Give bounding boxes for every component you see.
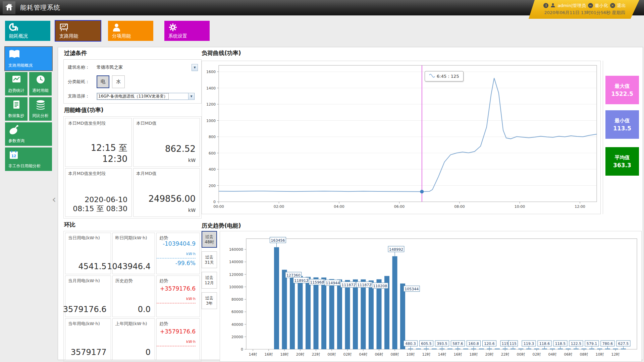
- svg-text:100000: 100000: [229, 285, 243, 289]
- nav-tab-label: 系统设置: [168, 33, 210, 39]
- sidebar-item-4[interactable]: 数据集抄: [5, 97, 28, 121]
- huanbi-cards: 当日用电(kW·h)4541.5昨日同期(kW·h)1043946.4趋势-10…: [63, 231, 202, 362]
- trend-icon: [11, 74, 21, 86]
- svg-text:12:00: 12:00: [575, 204, 585, 209]
- svg-text:0: 0: [241, 347, 243, 352]
- sidebar-item-label: 支路用能概况: [8, 63, 50, 68]
- svg-text:10时: 10时: [596, 352, 604, 357]
- sidebar-item-3[interactable]: 逐时用能: [29, 72, 52, 96]
- svg-text:04:00: 04:00: [334, 204, 344, 209]
- nav-tab-2[interactable]: 支路用能: [55, 21, 101, 41]
- hist-tab-label: 过去: [205, 295, 213, 301]
- load-curve-chart[interactable]: 0200400600800100012001400160000:0002:000…: [202, 61, 600, 214]
- card-value: 3579177: [71, 348, 107, 357]
- curve-title: 负荷曲线(功率): [202, 49, 241, 57]
- building-label: 建筑名称：: [68, 64, 97, 70]
- huanbi-card-2: 昨日同期(kW·h)1043946.4: [112, 233, 155, 274]
- svg-text:18时: 18时: [470, 352, 478, 357]
- branch-select[interactable]: 16GP-备供电源进线（110KV龙港变） ▼: [97, 93, 195, 100]
- svg-text:105344: 105344: [405, 287, 419, 291]
- svg-text:00:00: 00:00: [213, 204, 224, 209]
- hist-tab-48时[interactable]: 过去48时: [202, 231, 217, 248]
- hist-tab-3年[interactable]: 过去3年: [202, 292, 217, 309]
- svg-text:00时: 00时: [328, 352, 336, 357]
- svg-text:140000: 140000: [229, 260, 243, 264]
- nav-tab-4[interactable]: 系统设置: [164, 21, 210, 41]
- branch-value: 16GP-备供电源进线（110KV龙港变）: [97, 93, 169, 100]
- curve-icon: [429, 74, 435, 79]
- sidebar-item-label: 逐时用能: [33, 88, 49, 94]
- hist-tab-12月[interactable]: 过去12月: [202, 272, 217, 289]
- svg-text:118912: 118912: [294, 279, 308, 283]
- svg-text:20时: 20时: [296, 352, 305, 357]
- info-icon[interactable]: i: [543, 3, 548, 8]
- svg-text:02时: 02时: [533, 352, 541, 357]
- stat-label: 最大值: [615, 83, 630, 89]
- sidebar-item-7[interactable]: 12非工作日用能分析: [5, 147, 52, 171]
- logout-icon[interactable]: ✕: [610, 3, 615, 8]
- card-value: 4541.5: [78, 262, 107, 271]
- svg-text:200: 200: [209, 184, 216, 188]
- huanbi-card-3: 趋势-1039404.9 kW·h-99.6%: [156, 233, 200, 274]
- hist-tab-31天[interactable]: 过去31天: [202, 251, 217, 268]
- hist-tab-label2: 12月: [205, 280, 214, 286]
- card-value: 3579176.6: [63, 305, 107, 314]
- sidebar-collapse-arrow[interactable]: ‹: [52, 194, 56, 204]
- svg-text:14时: 14时: [249, 352, 257, 357]
- svg-text:605.5: 605.5: [421, 342, 432, 346]
- nav-tab-label: 支路用能: [59, 33, 101, 39]
- svg-text:115: 115: [509, 342, 517, 346]
- card-label: 本月MD值发生时段: [68, 171, 106, 177]
- svg-text:127360: 127360: [286, 273, 301, 278]
- svg-text:08时: 08时: [580, 352, 588, 357]
- svg-text:115968: 115968: [310, 280, 324, 285]
- sidebar-item-6[interactable]: 参数查询: [5, 122, 52, 146]
- home-button[interactable]: [3, 1, 15, 14]
- app-title: 能耗管理系统: [20, 3, 60, 12]
- minimize-icon[interactable]: −: [588, 3, 593, 8]
- stat-value: 113.5: [613, 125, 631, 132]
- svg-text:120000: 120000: [229, 273, 243, 277]
- card-value: 862.52 kW: [165, 144, 196, 164]
- svg-text:118.5: 118.5: [555, 342, 566, 346]
- building-dropdown-arrow[interactable]: ▼: [192, 64, 198, 71]
- hist-tab-label2: 31天: [205, 260, 214, 265]
- peak-card-3: 本月MD值发生时段2020-06-1008:15 至 08:30: [65, 168, 132, 217]
- svg-text:627.5: 627.5: [618, 342, 629, 346]
- svg-text:10:00: 10:00: [515, 204, 525, 209]
- sidebar-item-2[interactable]: 趋势统计: [5, 72, 28, 96]
- svg-text:160000: 160000: [229, 247, 243, 252]
- peak-cards: 本日MD值发生时段12:15 至 12:30本日MD值862.52 kW本月MD…: [63, 116, 202, 219]
- energy-option-电[interactable]: 电: [97, 75, 109, 88]
- branch-dropdown-arrow[interactable]: ▼: [188, 93, 194, 100]
- svg-text:08:00: 08:00: [454, 204, 465, 209]
- hist-tab-label: 过去: [205, 275, 213, 280]
- svg-text:06时: 06时: [564, 352, 573, 357]
- minimize-button[interactable]: 最小化: [595, 3, 608, 9]
- svg-text:111872: 111872: [357, 283, 371, 287]
- filter-title: 过滤条件: [64, 49, 87, 57]
- nav-tab-3[interactable]: 分项用能: [108, 21, 153, 41]
- svg-text:480.3: 480.3: [405, 342, 416, 346]
- energy-label: 分类能耗：: [68, 79, 97, 85]
- stat-value: 363.3: [613, 162, 631, 169]
- sidebar-item-1[interactable]: 支路用能概况: [5, 47, 52, 70]
- svg-text:06时: 06时: [375, 352, 383, 357]
- sidebar-item-5[interactable]: 同比分析: [29, 97, 52, 121]
- trend-value: +3579176.6 kW·h: [157, 283, 196, 309]
- history-bar-chart[interactable]: 0200004000060000800001000001200001400001…: [220, 231, 641, 361]
- stat-box-1: 最大值1522.5: [605, 76, 639, 104]
- hist-tab-label: 过去: [205, 234, 213, 239]
- logout-button[interactable]: 退出: [617, 3, 626, 9]
- card-label: 上年同期(kW·h): [115, 321, 147, 327]
- svg-text:02:00: 02:00: [274, 204, 284, 209]
- svg-text:22时: 22时: [501, 352, 509, 357]
- presentation-chart-icon: [59, 23, 101, 33]
- stat-value: 1522.5: [611, 90, 633, 97]
- nav-tab-1[interactable]: 能耗概况: [5, 21, 50, 41]
- svg-text:780.6: 780.6: [602, 342, 613, 346]
- peak-title: 用能峰值(功率): [64, 106, 104, 114]
- energy-option-水[interactable]: 水: [112, 75, 125, 88]
- svg-text:114944: 114944: [326, 281, 340, 285]
- filter-box: 建筑名称： 常德市民之家 ▼ 分类能耗： 电水 支路选择： 16GP-备供电源进…: [63, 59, 202, 104]
